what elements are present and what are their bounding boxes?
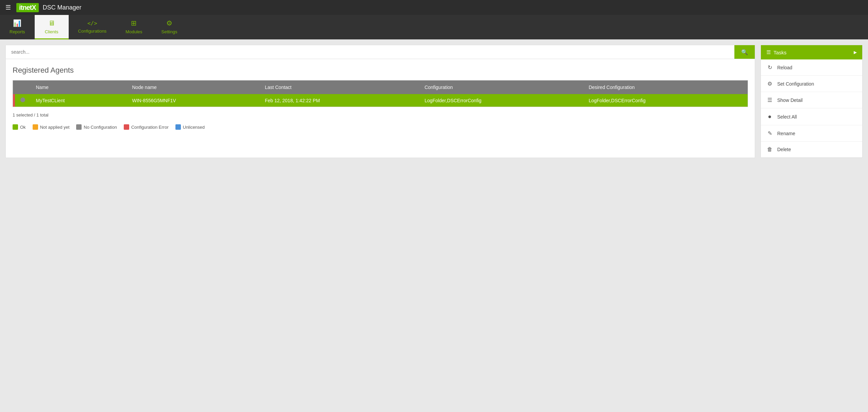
nav-settings[interactable]: ⚙ Settings	[152, 15, 187, 39]
logo: itnetX	[16, 3, 39, 12]
task-set-configuration-label: Set Configuration	[777, 81, 814, 87]
modules-icon: ⊞	[131, 19, 137, 27]
legend-not-applied-label: Not applied yet	[40, 125, 70, 130]
table-header: Name Node name Last Contact Configuratio…	[13, 80, 748, 94]
configurations-icon: </>	[87, 20, 97, 26]
task-delete[interactable]: 🗑 Delete	[761, 142, 862, 158]
hamburger-menu[interactable]: ☰	[4, 2, 12, 13]
table-row[interactable]: MyTestCLient WIN-8556G5MNF1V Feb 12, 201…	[13, 94, 748, 107]
row-configuration: LogFolder,DSCErrorConfig	[419, 94, 583, 107]
nav-reports-label: Reports	[10, 29, 25, 34]
nav-configurations[interactable]: </> Configurations	[69, 15, 116, 39]
select-all-icon: ●	[766, 113, 773, 120]
agents-table: Name Node name Last Contact Configuratio…	[13, 80, 748, 107]
legend-ok-color	[13, 124, 18, 130]
delete-icon: 🗑	[766, 146, 773, 153]
main-content: 🔍 Registered Agents Name Node name Last …	[0, 39, 868, 163]
reload-icon: ↻	[766, 64, 773, 71]
nav-settings-label: Settings	[161, 29, 177, 34]
tasks-header-left: ☰ Tasks	[766, 49, 786, 55]
legend-no-config: No Configuration	[76, 124, 117, 130]
tasks-header: ☰ Tasks ▶	[761, 45, 862, 59]
col-status	[15, 80, 31, 94]
task-select-all-label: Select All	[777, 114, 797, 120]
legend-no-config-label: No Configuration	[84, 125, 117, 130]
task-select-all[interactable]: ● Select All	[761, 108, 862, 125]
status-dot-icon	[20, 97, 25, 102]
right-panel: ☰ Tasks ▶ ↻ Reload ⚙ Set Configuration ☰…	[761, 45, 863, 158]
legend-not-applied: Not applied yet	[33, 124, 70, 130]
nav-modules-label: Modules	[125, 29, 142, 34]
row-status-dot	[15, 94, 31, 107]
search-button[interactable]: 🔍	[734, 45, 755, 59]
panel-content: Registered Agents Name Node name Last Co…	[6, 59, 755, 137]
legend-config-error: Configuration Error	[124, 124, 169, 130]
summary: 1 selected / 1 total	[13, 112, 748, 118]
nav-reports[interactable]: 📊 Reports	[0, 15, 35, 39]
task-show-detail-label: Show Detail	[777, 97, 803, 103]
set-configuration-icon: ⚙	[766, 80, 773, 87]
rename-icon: ✎	[766, 130, 773, 137]
row-name: MyTestCLient	[31, 94, 127, 107]
nav-clients[interactable]: 🖥 Clients	[35, 15, 69, 39]
desired-configuration-value: LogFolder,DSCErrorConfig	[589, 98, 657, 103]
task-delete-label: Delete	[777, 147, 791, 152]
task-rename[interactable]: ✎ Rename	[761, 125, 862, 142]
tasks-list-icon: ☰	[766, 49, 771, 55]
navbar: 📊 Reports 🖥 Clients </> Configurations ⊞…	[0, 15, 868, 39]
task-reload[interactable]: ↻ Reload	[761, 59, 862, 76]
legend-config-error-label: Configuration Error	[131, 125, 169, 130]
search-input[interactable]	[6, 45, 734, 59]
settings-icon: ⚙	[166, 19, 172, 27]
col-last-contact: Last Contact	[259, 80, 419, 94]
col-configuration: Configuration	[419, 80, 583, 94]
legend-unlicensed-label: Unlicensed	[183, 125, 205, 130]
clients-icon: 🖥	[48, 19, 55, 27]
task-set-configuration[interactable]: ⚙ Set Configuration	[761, 76, 862, 92]
legend: Ok Not applied yet No Configuration Conf…	[13, 124, 748, 130]
left-panel: 🔍 Registered Agents Name Node name Last …	[5, 45, 755, 158]
nav-configurations-label: Configurations	[78, 29, 107, 34]
col-desired-configuration: Desired Configuration	[583, 80, 748, 94]
topbar: ☰ itnetX DSC Manager	[0, 0, 868, 15]
tasks-chevron-icon: ▶	[854, 50, 857, 55]
app-title: DSC Manager	[43, 4, 82, 11]
row-node-name: WIN-8556G5MNF1V	[126, 94, 259, 107]
legend-no-config-color	[76, 124, 82, 130]
panel-title: Registered Agents	[13, 66, 748, 75]
nav-clients-label: Clients	[45, 29, 58, 34]
tasks-title: Tasks	[773, 50, 786, 55]
reports-icon: 📊	[13, 19, 21, 27]
legend-unlicensed: Unlicensed	[175, 124, 205, 130]
row-desired-configuration: LogFolder,DSCErrorConfig	[583, 94, 748, 107]
show-detail-icon: ☰	[766, 97, 773, 103]
row-last-contact: Feb 12, 2018, 1:42:22 PM	[259, 94, 419, 107]
task-reload-label: Reload	[777, 65, 792, 70]
configuration-value: LogFolder,DSCErrorConfig	[425, 98, 493, 103]
task-show-detail[interactable]: ☰ Show Detail	[761, 92, 862, 108]
col-name: Name	[31, 80, 127, 94]
legend-unlicensed-color	[175, 124, 181, 130]
table-body: MyTestCLient WIN-8556G5MNF1V Feb 12, 201…	[13, 94, 748, 107]
legend-not-applied-color	[33, 124, 38, 130]
nav-modules[interactable]: ⊞ Modules	[116, 15, 152, 39]
legend-ok-label: Ok	[20, 125, 26, 130]
col-node-name: Node name	[126, 80, 259, 94]
search-bar: 🔍	[6, 45, 755, 59]
legend-ok: Ok	[13, 124, 26, 130]
task-rename-label: Rename	[777, 131, 795, 136]
legend-config-error-color	[124, 124, 129, 130]
